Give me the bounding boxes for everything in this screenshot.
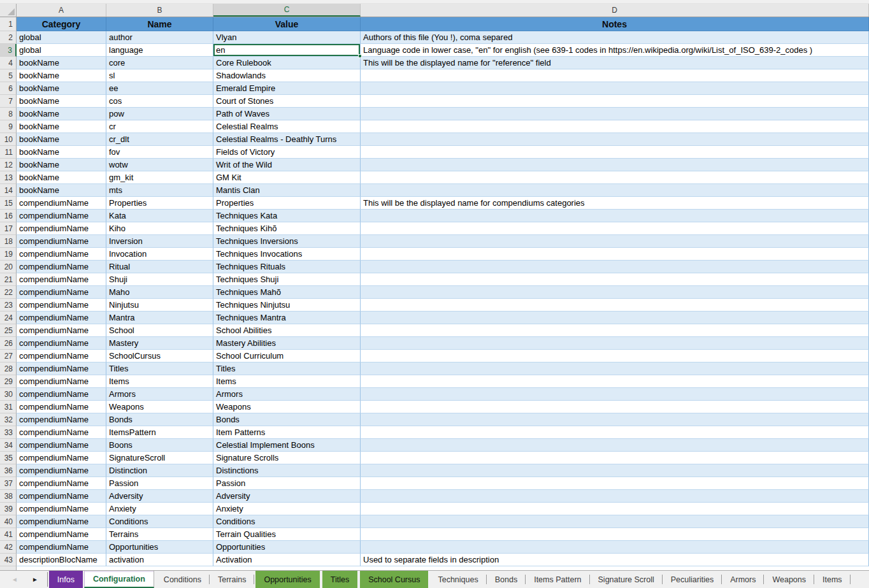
cell-notes[interactable] bbox=[361, 286, 869, 299]
cell-notes[interactable]: Used to separate fields in description bbox=[361, 554, 869, 566]
row-header[interactable]: 30 bbox=[0, 388, 17, 401]
tab-items[interactable]: Items bbox=[814, 571, 851, 588]
row-header[interactable]: 16 bbox=[0, 210, 17, 222]
cell-notes[interactable] bbox=[361, 490, 869, 503]
cell-value[interactable]: School Abilities bbox=[213, 324, 361, 337]
column-header-B[interactable]: B bbox=[106, 4, 213, 17]
cell-category[interactable]: compendiumName bbox=[17, 401, 106, 413]
header-cell-name[interactable]: Name bbox=[106, 17, 213, 31]
cell-notes[interactable] bbox=[361, 108, 869, 120]
cell-notes[interactable] bbox=[361, 312, 869, 324]
cell-category[interactable]: bookName bbox=[17, 57, 106, 69]
cell-name[interactable]: Inversion bbox=[106, 235, 213, 248]
cell-name[interactable]: Weapons bbox=[106, 401, 213, 413]
cell-category[interactable]: bookName bbox=[17, 69, 106, 82]
cell-category[interactable]: compendiumName bbox=[17, 388, 106, 401]
cell-value[interactable]: Techniques Inversions bbox=[213, 235, 361, 248]
cell-value[interactable]: Adversity bbox=[213, 490, 361, 503]
cell-notes[interactable] bbox=[361, 388, 869, 401]
cell-category[interactable]: compendiumName bbox=[17, 477, 106, 490]
cell-notes[interactable] bbox=[361, 324, 869, 337]
cell-notes[interactable] bbox=[361, 528, 869, 541]
cell-notes[interactable] bbox=[361, 515, 869, 528]
column-header-D[interactable]: D bbox=[361, 4, 869, 17]
row-header[interactable]: 37 bbox=[0, 477, 17, 490]
cell-value[interactable]: Fields of Victory bbox=[213, 146, 361, 159]
cell-category[interactable]: compendiumName bbox=[17, 248, 106, 261]
cell-name[interactable]: Properties bbox=[106, 197, 213, 210]
cell-value[interactable]: Weapons bbox=[213, 401, 361, 413]
cell-notes[interactable] bbox=[361, 401, 869, 413]
cell-value[interactable]: Item Patterns bbox=[213, 426, 361, 439]
cell-notes[interactable] bbox=[361, 120, 869, 133]
cell-value[interactable]: Properties bbox=[213, 197, 361, 210]
row-header[interactable]: 17 bbox=[0, 222, 17, 235]
cell-category[interactable]: compendiumName bbox=[17, 324, 106, 337]
row-header[interactable] bbox=[0, 566, 17, 570]
cell-name[interactable]: core bbox=[106, 57, 213, 69]
cell-name[interactable]: Shuji bbox=[106, 273, 213, 286]
cell-name[interactable]: Bonds bbox=[106, 413, 213, 426]
row-header[interactable]: 31 bbox=[0, 401, 17, 413]
cell-notes[interactable] bbox=[361, 82, 869, 95]
header-cell-category[interactable]: Category bbox=[17, 17, 106, 31]
cell-category[interactable]: compendiumName bbox=[17, 286, 106, 299]
row-header[interactable]: 20 bbox=[0, 261, 17, 273]
cell-category[interactable]: bookName bbox=[17, 120, 106, 133]
select-all-button[interactable] bbox=[0, 4, 17, 17]
cell-category[interactable]: compendiumName bbox=[17, 541, 106, 554]
cell-category[interactable]: bookName bbox=[17, 133, 106, 146]
column-header-A[interactable]: A bbox=[17, 4, 106, 17]
cell-notes[interactable] bbox=[361, 452, 869, 464]
cell-value[interactable]: Shadowlands bbox=[213, 69, 361, 82]
cell-category[interactable]: global bbox=[17, 31, 106, 44]
cell-name[interactable]: author bbox=[106, 31, 213, 44]
cell-notes[interactable] bbox=[361, 133, 869, 146]
cell-category[interactable]: compendiumName bbox=[17, 426, 106, 439]
cell-name[interactable]: language bbox=[106, 44, 213, 57]
cell-notes[interactable] bbox=[361, 299, 869, 312]
cell-value[interactable]: Anxiety bbox=[213, 503, 361, 515]
cell-category[interactable]: bookName bbox=[17, 82, 106, 95]
cell-name[interactable]: Anxiety bbox=[106, 503, 213, 515]
row-header[interactable]: 18 bbox=[0, 235, 17, 248]
cell-name[interactable]: Passion bbox=[106, 477, 213, 490]
row-header[interactable]: 4 bbox=[0, 57, 17, 69]
row-header[interactable]: 43 bbox=[0, 554, 17, 566]
row-header[interactable]: 11 bbox=[0, 146, 17, 159]
row-header[interactable]: 10 bbox=[0, 133, 17, 146]
row-header[interactable]: 41 bbox=[0, 528, 17, 541]
cell-category[interactable]: compendiumName bbox=[17, 413, 106, 426]
cell-notes[interactable] bbox=[361, 222, 869, 235]
cell-category[interactable]: descriptionBlocName bbox=[17, 554, 106, 566]
cell-value[interactable]: Techniques Rituals bbox=[213, 261, 361, 273]
column-header-C[interactable]: C bbox=[213, 4, 361, 17]
cell-name[interactable]: cr bbox=[106, 120, 213, 133]
cell-name[interactable]: Conditions bbox=[106, 515, 213, 528]
partial-row-cells[interactable] bbox=[17, 566, 869, 570]
cell-category[interactable]: compendiumName bbox=[17, 439, 106, 452]
row-header[interactable]: 39 bbox=[0, 503, 17, 515]
cell-value[interactable]: Emerald Empire bbox=[213, 82, 361, 95]
cell-value[interactable]: Celestial Realms bbox=[213, 120, 361, 133]
cell-value[interactable]: School Curriculum bbox=[213, 350, 361, 362]
cell-name[interactable]: Ninjutsu bbox=[106, 299, 213, 312]
cell-name[interactable]: SchoolCursus bbox=[106, 350, 213, 362]
cell-name[interactable]: mts bbox=[106, 184, 213, 197]
row-header[interactable]: 26 bbox=[0, 337, 17, 350]
cell-value[interactable]: Celestial Implement Boons bbox=[213, 439, 361, 452]
cell-category[interactable]: compendiumName bbox=[17, 362, 106, 375]
cell-value[interactable]: Armors bbox=[213, 388, 361, 401]
cell-name[interactable]: School bbox=[106, 324, 213, 337]
row-header[interactable]: 21 bbox=[0, 273, 17, 286]
fill-handle-icon[interactable] bbox=[358, 54, 362, 58]
cell-notes[interactable] bbox=[361, 261, 869, 273]
row-header[interactable]: 3 bbox=[0, 44, 17, 57]
cell-category[interactable]: compendiumName bbox=[17, 261, 106, 273]
cell-category[interactable]: compendiumName bbox=[17, 222, 106, 235]
cell-value[interactable]: Techniques Kihõ bbox=[213, 222, 361, 235]
cell-category[interactable]: compendiumName bbox=[17, 235, 106, 248]
cell-name[interactable]: gm_kit bbox=[106, 171, 213, 184]
cell-name[interactable]: fov bbox=[106, 146, 213, 159]
cell-notes[interactable] bbox=[361, 337, 869, 350]
